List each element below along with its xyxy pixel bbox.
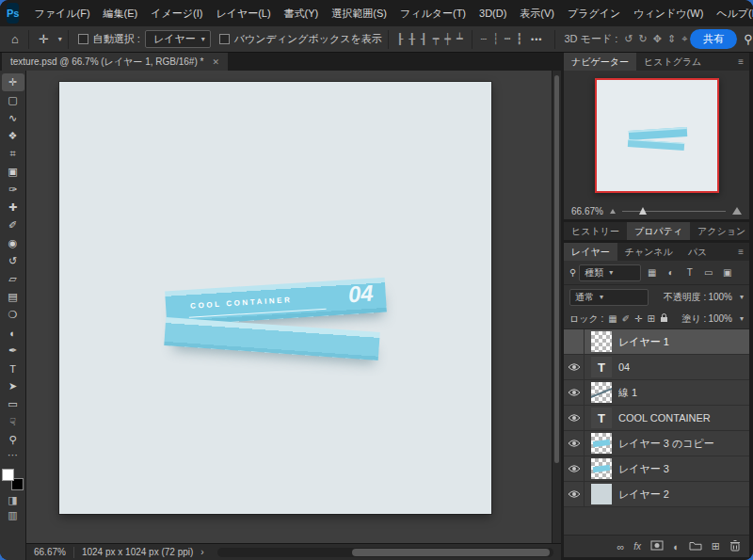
layer-thumbnail[interactable] xyxy=(591,484,612,504)
align-bottom-edges-button[interactable]: ┷ xyxy=(454,33,466,45)
layer-thumbnail[interactable] xyxy=(591,458,612,479)
crop-tool[interactable]: ⌗ xyxy=(2,145,24,163)
menu-window[interactable]: ウィンドウ(W) xyxy=(627,0,710,26)
zoom-out-icon[interactable] xyxy=(610,209,616,214)
path-selection-tool[interactable]: ➤ xyxy=(2,377,24,395)
zoom-tool[interactable]: ⚲ xyxy=(2,431,24,449)
shape-tool[interactable]: ▭ xyxy=(2,395,24,413)
layer-row[interactable]: T 04 xyxy=(564,355,749,380)
blend-mode-dropdown[interactable]: 通常 ▾ xyxy=(569,289,649,306)
tab-paths[interactable]: パス xyxy=(681,243,714,261)
3d-roll-button[interactable]: ↻ xyxy=(635,33,649,45)
distribute-vertical-button[interactable]: ┆ xyxy=(489,33,502,45)
menu-view[interactable]: 表示(V) xyxy=(513,0,561,26)
add-mask-button[interactable] xyxy=(650,540,664,552)
menu-filter[interactable]: フィルター(T) xyxy=(393,0,473,26)
tab-layers[interactable]: レイヤー xyxy=(564,243,617,261)
align-horizontal-centers-button[interactable]: ╂ xyxy=(406,33,418,45)
object-selection-tool[interactable]: ❖ xyxy=(2,127,24,145)
new-layer-button[interactable]: ⊞ xyxy=(712,540,720,552)
visibility-toggle[interactable] xyxy=(564,406,585,430)
tab-actions[interactable]: アクション xyxy=(690,222,753,240)
frame-tool[interactable]: ▣ xyxy=(2,163,24,181)
layer-thumbnail[interactable]: T xyxy=(591,357,612,377)
screen-mode-button[interactable]: ▥ xyxy=(8,509,17,524)
vertical-scrollbar-thumb[interactable] xyxy=(554,75,559,463)
zoom-slider-thumb[interactable] xyxy=(639,207,647,215)
menu-3d[interactable]: 3D(D) xyxy=(473,0,513,26)
zoom-in-icon[interactable] xyxy=(732,207,742,215)
navigator-zoom-value[interactable]: 66.67% xyxy=(571,206,603,216)
document-canvas[interactable]: COOL CONTAINER 04 xyxy=(59,82,491,514)
search-icon[interactable]: ⚲ xyxy=(737,32,753,46)
layer-row[interactable]: 線 1 xyxy=(564,380,749,406)
type-tool[interactable]: T xyxy=(2,360,24,377)
tab-properties[interactable]: プロパティ xyxy=(627,222,690,240)
layer-row[interactable]: レイヤー 3 xyxy=(564,456,749,482)
adjustment-layer-button[interactable]: ◐ xyxy=(673,541,680,552)
horizontal-scrollbar-thumb[interactable] xyxy=(352,549,551,556)
delete-layer-button[interactable] xyxy=(729,539,741,553)
3d-scale-button[interactable]: ⌖ xyxy=(679,33,690,45)
3d-rotate-button[interactable]: ↺ xyxy=(621,33,635,45)
visibility-toggle[interactable] xyxy=(564,482,585,506)
zoom-level-field[interactable]: 66.67% xyxy=(34,547,66,557)
navigator-zoom-slider[interactable] xyxy=(622,205,726,216)
tab-channels[interactable]: チャンネル xyxy=(617,243,681,261)
layer-row[interactable]: T COOL CONTAINER xyxy=(564,406,749,431)
status-expand-button[interactable]: › xyxy=(200,547,203,557)
link-layers-button[interactable]: ∞ xyxy=(617,541,625,552)
panel-menu-icon[interactable]: ≡ xyxy=(732,53,749,71)
more-align-options-button[interactable]: ••• xyxy=(525,35,548,44)
tab-navigator[interactable]: ナビゲーター xyxy=(564,53,636,71)
vertical-scrollbar[interactable] xyxy=(552,71,561,543)
align-right-edges-button[interactable]: ┨ xyxy=(418,33,430,45)
tab-history[interactable]: ヒストリー xyxy=(564,222,627,240)
layer-thumbnail[interactable] xyxy=(591,382,612,403)
layer-style-button[interactable]: fx xyxy=(633,541,641,552)
menu-file[interactable]: ファイル(F) xyxy=(27,0,96,26)
fill-control[interactable]: 塗り : 100% ▾ xyxy=(682,312,744,326)
distribute-spacing-button[interactable]: ┅ xyxy=(502,33,514,45)
menu-plugins[interactable]: プラグイン xyxy=(561,0,627,26)
menu-image[interactable]: イメージ(I) xyxy=(144,0,209,26)
lock-artboard-button[interactable]: ⊞ xyxy=(648,313,655,324)
eyedropper-tool[interactable]: ✑ xyxy=(2,181,24,199)
distribute-horizontal-button[interactable]: ┄ xyxy=(478,33,490,45)
share-button[interactable]: 共有 xyxy=(690,29,737,49)
visibility-toggle[interactable] xyxy=(564,431,585,456)
3d-slide-button[interactable]: ⇕ xyxy=(665,33,679,45)
menu-edit[interactable]: 編集(E) xyxy=(97,0,145,26)
brush-tool[interactable]: ✐ xyxy=(2,216,24,234)
filter-type-layers-button[interactable]: T xyxy=(681,264,697,280)
photoshop-logo[interactable]: Ps xyxy=(7,3,19,24)
layer-row[interactable]: レイヤー 1 xyxy=(564,329,749,355)
navigator-proxy-view[interactable] xyxy=(595,78,719,193)
opacity-control[interactable]: 不透明度 : 100% ▾ xyxy=(664,291,744,304)
layer-row[interactable]: レイヤー 3 のコピー xyxy=(564,431,749,456)
filter-adjustment-layers-button[interactable]: ◐ xyxy=(663,264,679,280)
opacity-value[interactable]: 100% xyxy=(708,292,732,302)
history-brush-tool[interactable]: ↺ xyxy=(2,252,24,270)
pen-tool[interactable]: ✒ xyxy=(2,342,24,360)
horizontal-scrollbar[interactable] xyxy=(217,548,553,557)
edit-toolbar-button[interactable]: ⋯ xyxy=(8,449,18,464)
eraser-tool[interactable]: ▱ xyxy=(2,270,24,288)
home-button[interactable]: ⌂ xyxy=(8,32,23,46)
filter-smart-objects-button[interactable]: ▣ xyxy=(719,264,735,280)
align-vertical-centers-button[interactable]: ┿ xyxy=(441,33,454,45)
panel-menu-icon[interactable]: ≡ xyxy=(732,243,749,261)
menu-select[interactable]: 選択範囲(S) xyxy=(325,0,393,26)
document-tab[interactable]: texture.psd @ 66.7% (レイヤー 1, RGB/16#) * … xyxy=(2,53,228,71)
layer-row[interactable]: レイヤー 2 xyxy=(564,482,749,507)
lock-all-button[interactable] xyxy=(660,312,668,325)
auto-select-checkbox[interactable] xyxy=(78,34,88,44)
gradient-tool[interactable]: ▤ xyxy=(2,288,24,306)
menu-type[interactable]: 書式(Y) xyxy=(278,0,326,26)
lock-pixels-button[interactable]: ✐ xyxy=(622,313,630,324)
lasso-tool[interactable]: ∿ xyxy=(2,109,24,127)
quick-mask-button[interactable]: ◨ xyxy=(8,494,17,509)
layer-thumbnail[interactable] xyxy=(591,331,612,352)
layer-thumbnail[interactable] xyxy=(591,433,612,454)
move-tool[interactable]: ✛ xyxy=(2,73,24,91)
